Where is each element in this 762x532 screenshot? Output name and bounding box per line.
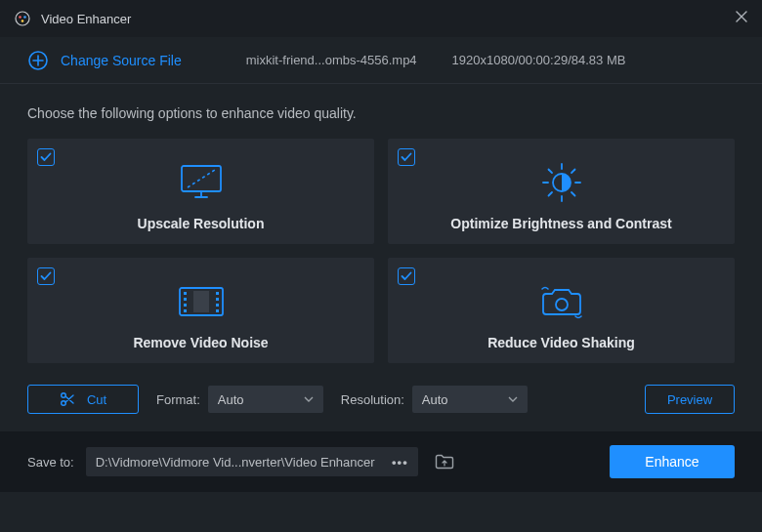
- scissors-icon: [60, 391, 75, 407]
- svg-point-3: [21, 20, 24, 22]
- saveto-label: Save to:: [27, 455, 74, 470]
- preview-button[interactable]: Preview: [645, 385, 735, 414]
- open-folder-button[interactable]: [430, 447, 459, 476]
- check-icon: [40, 152, 52, 162]
- svg-rect-20: [184, 292, 187, 295]
- option-label: Reduce Video Shaking: [487, 335, 635, 350]
- checkbox-upscale[interactable]: [37, 148, 55, 166]
- svg-line-16: [548, 192, 552, 196]
- checkbox-noise[interactable]: [37, 267, 55, 285]
- svg-line-14: [548, 170, 552, 174]
- check-icon: [40, 271, 52, 281]
- change-source-label: Change Source File: [61, 53, 182, 68]
- svg-rect-24: [216, 292, 219, 295]
- close-button[interactable]: [735, 10, 748, 27]
- save-path-box: D:\Vidmore\Vidmore Vid...nverter\Video E…: [86, 447, 418, 476]
- chevron-down-icon: [304, 396, 314, 402]
- format-value: Auto: [218, 392, 244, 407]
- options-grid: Upscale Resolution: [0, 139, 762, 363]
- resolution-value: Auto: [422, 392, 448, 407]
- plus-circle-icon: [27, 50, 49, 71]
- svg-point-0: [16, 12, 29, 25]
- change-source-button[interactable]: Change Source File: [27, 50, 182, 71]
- close-icon: [735, 10, 748, 23]
- source-row: Change Source File mixkit-friend...ombs-…: [0, 37, 762, 84]
- instruction-text: Choose the following options to enhance …: [0, 84, 762, 139]
- save-path-text: D:\Vidmore\Vidmore Vid...nverter\Video E…: [96, 455, 375, 470]
- source-meta: 1920x1080/00:00:29/84.83 MB: [452, 53, 626, 67]
- brightness-contrast-icon: [539, 159, 584, 206]
- folder-icon: [435, 454, 454, 470]
- svg-point-30: [62, 401, 66, 406]
- checkbox-shaking[interactable]: [398, 267, 415, 285]
- svg-rect-19: [193, 291, 209, 312]
- upscale-resolution-icon: [176, 159, 227, 206]
- format-label: Format:: [156, 392, 200, 407]
- svg-line-15: [572, 192, 575, 196]
- option-label: Remove Video Noise: [133, 335, 268, 350]
- title-bar: Video Enhancer: [0, 0, 762, 37]
- source-filename: mixkit-friend...ombs-4556.mp4: [246, 53, 417, 67]
- format-group: Format: Auto: [156, 386, 323, 413]
- reduce-shaking-icon: [536, 278, 587, 325]
- option-upscale-resolution[interactable]: Upscale Resolution: [27, 139, 374, 244]
- svg-point-2: [23, 16, 26, 19]
- controls-row: Cut Format: Auto Resolution: Auto Previe…: [0, 363, 762, 431]
- svg-rect-25: [216, 298, 219, 301]
- enhance-button[interactable]: Enhance: [610, 445, 735, 478]
- option-label: Optimize Brightness and Contrast: [450, 216, 671, 231]
- option-label: Upscale Resolution: [138, 216, 265, 231]
- format-select[interactable]: Auto: [208, 386, 323, 413]
- svg-point-28: [556, 299, 568, 310]
- svg-rect-5: [182, 166, 221, 191]
- svg-rect-23: [184, 309, 187, 312]
- checkbox-brightness[interactable]: [398, 148, 415, 166]
- svg-point-29: [62, 393, 66, 398]
- browse-path-button[interactable]: •••: [392, 455, 408, 470]
- resolution-label: Resolution:: [341, 392, 404, 407]
- cut-button[interactable]: Cut: [27, 385, 139, 414]
- check-icon: [401, 271, 412, 281]
- chevron-down-icon: [508, 396, 518, 402]
- remove-noise-icon: [176, 278, 227, 325]
- resolution-group: Resolution: Auto: [341, 386, 528, 413]
- svg-line-6: [188, 170, 215, 187]
- option-remove-noise[interactable]: Remove Video Noise: [27, 258, 374, 363]
- svg-rect-21: [184, 298, 187, 301]
- svg-rect-22: [184, 304, 187, 307]
- option-brightness-contrast[interactable]: Optimize Brightness and Contrast: [388, 139, 735, 244]
- window-title: Video Enhancer: [41, 12, 735, 26]
- app-logo-icon: [14, 10, 31, 27]
- svg-line-17: [572, 170, 575, 174]
- footer: Save to: D:\Vidmore\Vidmore Vid...nverte…: [0, 431, 762, 492]
- cut-label: Cut: [87, 392, 106, 407]
- resolution-select[interactable]: Auto: [412, 386, 528, 413]
- svg-rect-26: [216, 304, 219, 307]
- svg-point-1: [19, 16, 21, 19]
- option-reduce-shaking[interactable]: Reduce Video Shaking: [388, 258, 735, 363]
- svg-rect-27: [216, 309, 219, 312]
- check-icon: [401, 152, 412, 162]
